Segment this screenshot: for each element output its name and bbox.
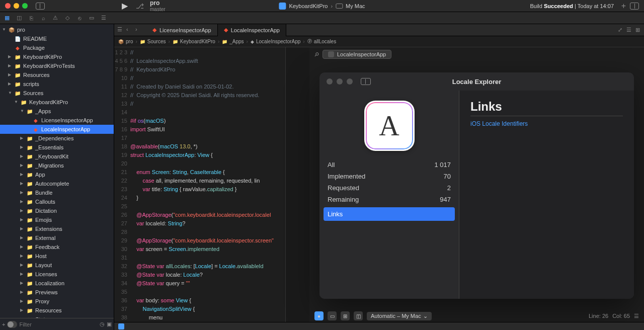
toggle-navigator-icon[interactable]: [36, 3, 45, 10]
debug-bar-button[interactable]: [118, 323, 124, 329]
nav-item-keyboardkitpro[interactable]: ▶📁KeyboardKitPro: [0, 52, 114, 61]
sidebar-item-links[interactable]: Links: [324, 207, 455, 221]
crumb-sources[interactable]: 📁Sources: [140, 39, 166, 44]
debug-nav-icon[interactable]: ⎋: [75, 14, 84, 22]
assistant-icon[interactable]: ⊞: [635, 27, 640, 33]
nav-item-keyboardkitprotests[interactable]: ▶📁KeyboardKitProTests: [0, 61, 114, 70]
nav-item-_keyboardkit[interactable]: ▶📁_KeyboardKit: [0, 152, 114, 161]
nav-item-resources[interactable]: ▶📁Resources: [0, 306, 114, 315]
close-window[interactable]: [5, 3, 11, 9]
nav-item-_dependencies[interactable]: ▶📁_Dependencies: [0, 134, 114, 143]
forward-button[interactable]: ›: [135, 26, 143, 34]
minimize-window[interactable]: [14, 3, 19, 9]
nav-item-autocomplete[interactable]: ▶📁Autocomplete: [0, 179, 114, 188]
issue-nav-icon[interactable]: ⚠: [51, 14, 59, 22]
nav-item-emojis[interactable]: ▶📁Emojis: [0, 215, 114, 224]
nav-item-localization[interactable]: ▶📁Localization: [0, 279, 114, 288]
nav-item-readme[interactable]: 📄README: [0, 34, 114, 43]
nav-item-callouts[interactable]: ▶📁Callouts: [0, 197, 114, 206]
breakpoint-nav-icon[interactable]: ▭: [88, 14, 96, 22]
bookmark-nav-icon[interactable]: ⎘: [27, 14, 35, 22]
stat-remaining[interactable]: Remaining947: [327, 194, 452, 205]
nav-item-licenses[interactable]: ▶📁Licenses: [0, 270, 114, 279]
nav-item-dictation[interactable]: ▶📁Dictation: [0, 206, 114, 215]
scheme-selector[interactable]: KeyboardKitPro › My Mac: [279, 3, 365, 10]
links-label: Links: [328, 210, 343, 218]
crumb-pro[interactable]: 📦pro: [118, 39, 133, 44]
editor-options-icon[interactable]: ☰: [626, 27, 631, 33]
preview-zoom[interactable]: [347, 78, 353, 85]
stat-implemented[interactable]: Implemented70: [327, 171, 452, 182]
recent-filter-icon[interactable]: ◷: [100, 321, 105, 327]
nav-item-external[interactable]: ▶📁External: [0, 233, 114, 242]
add-editor-button[interactable]: +: [621, 2, 626, 11]
nav-item-previews[interactable]: ▶📁Previews: [0, 288, 114, 297]
source-control-nav-icon[interactable]: ◫: [15, 14, 23, 22]
crumb-localeinspectorapp[interactable]: ◆LocaleInspectorApp: [251, 39, 300, 44]
filter-scope-toggle[interactable]: [7, 321, 17, 328]
nav-item-package[interactable]: ◆Package: [0, 43, 114, 52]
nav-item-scripts[interactable]: ▶📁scripts: [0, 79, 114, 89]
test-nav-icon[interactable]: ◇: [63, 14, 71, 22]
project-branch: master: [150, 7, 166, 12]
nav-item-proxy[interactable]: ▶📁Proxy: [0, 297, 114, 306]
nav-item-_apps[interactable]: ▼📁_Apps: [0, 107, 114, 116]
nav-item-sources[interactable]: ▼📁Sources: [0, 89, 114, 98]
scm-filter-icon[interactable]: ▣: [107, 321, 112, 327]
back-button[interactable]: ‹: [126, 26, 134, 34]
code-content[interactable]: // // LocaleInspectorApp.swift // Keyboa…: [130, 47, 285, 322]
selectable-preview-button[interactable]: ▭: [328, 311, 337, 320]
stat-all[interactable]: All1 017: [327, 159, 452, 171]
branch-icon: ⎇: [136, 2, 144, 10]
preview-selector[interactable]: LocaleInspectorApp: [323, 50, 391, 59]
project-nav-icon[interactable]: ▦: [3, 14, 11, 22]
nav-item-feedback[interactable]: ▶📁Feedback: [0, 242, 114, 252]
nav-item-bundle[interactable]: ▶📁Bundle: [0, 188, 114, 197]
project-info[interactable]: pro master: [150, 0, 166, 12]
nav-item-keyboardkitpro[interactable]: ▼📁KeyboardKitPro: [0, 98, 114, 107]
nav-item-_migrations[interactable]: ▶📁_Migrations: [0, 161, 114, 170]
device-settings-button[interactable]: ◫: [354, 311, 363, 320]
report-nav-icon[interactable]: ☰: [100, 14, 108, 22]
nav-item-pro[interactable]: ▼📦pro: [0, 25, 114, 34]
preview-window[interactable]: Locale Explorer A All1 017Implemented70R…: [319, 72, 634, 299]
find-nav-icon[interactable]: ⌕: [39, 14, 47, 22]
crumb-keyboardkitpro[interactable]: 📁KeyboardKitPro: [173, 39, 215, 44]
nav-item-_essentials[interactable]: ▶📁_Essentials: [0, 143, 114, 152]
app-icon: A: [364, 101, 415, 151]
tab-localeinspectorapp[interactable]: ◆LocaleInspectorApp: [218, 24, 286, 36]
crumb-alllocales[interactable]: ⓟallLocales: [307, 38, 336, 45]
adjust-editor-icon[interactable]: ⤢: [618, 27, 622, 33]
zoom-window[interactable]: [22, 3, 28, 9]
preview-close[interactable]: [327, 78, 333, 85]
code-editor[interactable]: 1 2 3 4 5 6 7 8 9 10 11 12 13 14 15 16 1…: [114, 47, 285, 322]
add-files-icon[interactable]: +: [2, 321, 5, 327]
nav-item-extensions[interactable]: ▶📁Extensions: [0, 224, 114, 233]
nav-item-host[interactable]: ▶📁Host: [0, 252, 114, 261]
link-ios-locale[interactable]: iOS Locale Identifiers: [470, 120, 623, 127]
nav-item-resources[interactable]: ▶📁Resources: [0, 70, 114, 79]
related-items-icon[interactable]: ☰: [117, 26, 125, 34]
preview-sidebar-toggle-icon[interactable]: [361, 78, 371, 85]
links-heading: Links: [470, 100, 623, 114]
live-preview-button[interactable]: ●: [314, 311, 324, 320]
filter-input[interactable]: [19, 321, 98, 327]
preview-minimize[interactable]: [337, 78, 343, 85]
tab-licenseinspectorapp[interactable]: ◆LicenseInspectorApp: [146, 24, 218, 36]
pin-icon[interactable]: ⚲: [313, 51, 320, 58]
nav-item-localeinspectorapp[interactable]: ◆LocaleInspectorApp: [0, 125, 114, 134]
minimap[interactable]: [285, 47, 309, 322]
nav-item-app[interactable]: ▶📁App: [0, 170, 114, 179]
crumb-_apps[interactable]: 📁_Apps: [222, 39, 244, 44]
editor-menu-icon[interactable]: ☰: [634, 313, 639, 319]
jump-bar[interactable]: 📦pro›📁Sources›📁KeyboardKitPro›📁_Apps›◆Lo…: [114, 36, 644, 47]
preview-device-dropdown[interactable]: Automatic – My Mac ⌄: [367, 312, 432, 320]
file-tree[interactable]: ▼📦pro📄README◆Package▶📁KeyboardKitPro▶📁Ke…: [0, 24, 114, 318]
variants-button[interactable]: ⊞: [341, 311, 350, 320]
toggle-inspector-icon[interactable]: [630, 3, 639, 10]
nav-item-layout[interactable]: ▶📁Layout: [0, 261, 114, 270]
build-status[interactable]: Build Succeeded | Today at 14:07: [530, 3, 614, 9]
stat-requested[interactable]: Requested2: [327, 182, 452, 194]
nav-item-licenseinspectorapp[interactable]: ◆LicenseInspectorApp: [0, 116, 114, 125]
run-button[interactable]: ▶: [122, 1, 128, 11]
